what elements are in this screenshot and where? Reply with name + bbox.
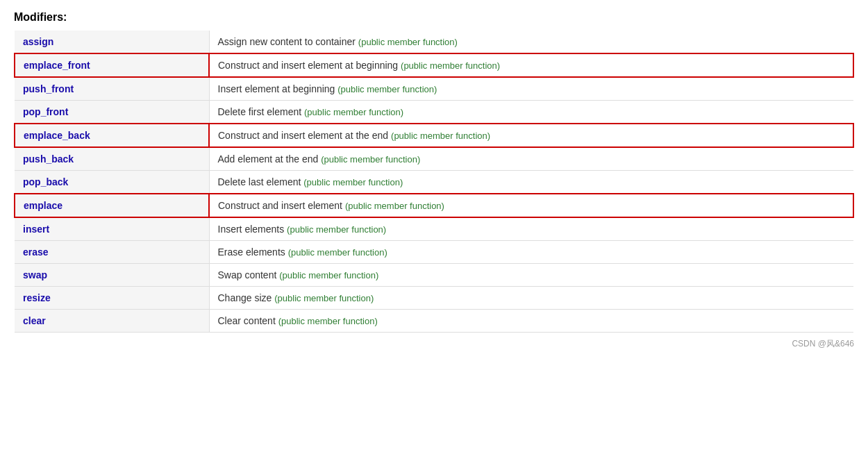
function-badge: (public member function) [321, 154, 420, 165]
function-name-cell: pop_front [15, 101, 209, 124]
function-description: Swap content [218, 269, 280, 280]
function-name-cell: push_back [15, 147, 209, 171]
function-description: Construct and insert element [218, 200, 345, 211]
function-link[interactable]: resize [23, 292, 51, 303]
table-row: emplace_frontConstruct and insert elemen… [15, 53, 853, 77]
function-badge: (public member function) [304, 107, 403, 117]
function-link[interactable]: erase [23, 246, 49, 258]
table-row: pop_frontDelete first element (public me… [15, 101, 853, 124]
table-row: emplace_backConstruct and insert element… [15, 124, 853, 147]
function-name-cell: insert [15, 217, 209, 241]
function-badge: (public member function) [358, 37, 458, 47]
function-badge: (public member function) [337, 84, 437, 94]
function-description-cell: Clear content (public member function) [209, 310, 853, 333]
function-link[interactable]: insert [23, 224, 49, 235]
function-link[interactable]: assign [23, 36, 53, 47]
function-link[interactable]: emplace_front [24, 60, 90, 71]
function-badge: (public member function) [278, 316, 378, 326]
function-description-cell: Construct and insert element (public mem… [209, 194, 853, 217]
function-description: Add element at the end [218, 153, 322, 165]
table-row: clearClear content (public member functi… [15, 310, 853, 333]
function-description-cell: Change size (public member function) [209, 287, 853, 310]
function-description-cell: Construct and insert element at the end … [209, 124, 853, 147]
function-description: Erase elements [218, 246, 288, 258]
function-name-cell: assign [15, 31, 209, 53]
function-name-cell: erase [15, 241, 209, 264]
function-description-cell: Delete first element (public member func… [209, 101, 853, 124]
function-badge: (public member function) [391, 131, 490, 141]
function-description-cell: Add element at the end (public member fu… [209, 147, 853, 171]
table-row: eraseErase elements (public member funct… [15, 241, 853, 264]
function-description: Clear content [218, 315, 278, 326]
function-name-cell: clear [15, 310, 209, 333]
function-description-cell: Assign new content to container (public … [209, 31, 853, 53]
function-description: Insert elements [218, 224, 287, 235]
watermark: CSDN @风&646 [14, 338, 854, 350]
function-link[interactable]: emplace [24, 200, 62, 211]
function-description: Assign new content to container [218, 36, 358, 47]
table-row: insertInsert elements (public member fun… [15, 217, 853, 241]
function-name-cell: emplace_front [15, 53, 209, 77]
function-link[interactable]: swap [23, 269, 47, 280]
table-row: emplaceConstruct and insert element (pub… [15, 194, 853, 217]
table-row: push_frontInsert element at beginning (p… [15, 77, 853, 101]
function-badge: (public member function) [303, 177, 403, 187]
function-description: Insert element at beginning [218, 83, 338, 94]
function-description-cell: Erase elements (public member function) [209, 241, 853, 264]
table-row: swapSwap content (public member function… [15, 264, 853, 287]
function-description: Construct and insert element at the end [218, 130, 391, 141]
function-link[interactable]: emplace_back [24, 130, 90, 141]
function-badge: (public member function) [401, 60, 500, 71]
function-description-cell: Delete last element (public member funct… [209, 171, 853, 194]
table-row: push_backAdd element at the end (public … [15, 147, 853, 171]
function-badge: (public member function) [279, 270, 378, 280]
function-description: Construct and insert element at beginnin… [218, 60, 401, 71]
function-badge: (public member function) [345, 201, 444, 211]
function-description: Change size [218, 292, 275, 303]
function-description: Delete first element [218, 106, 305, 117]
table-row: resizeChange size (public member functio… [15, 287, 853, 310]
function-description-cell: Insert element at beginning (public memb… [209, 77, 853, 101]
section-title: Modifiers: [14, 11, 854, 24]
function-link[interactable]: push_front [23, 83, 74, 94]
function-badge: (public member function) [287, 224, 386, 235]
function-description-cell: Insert elements (public member function) [209, 217, 853, 241]
function-description-cell: Swap content (public member function) [209, 264, 853, 287]
function-name-cell: emplace [15, 194, 209, 217]
modifiers-table: assignAssign new content to container (p… [14, 31, 854, 333]
function-link[interactable]: clear [23, 315, 46, 326]
function-name-cell: resize [15, 287, 209, 310]
function-badge: (public member function) [288, 247, 387, 258]
table-row: pop_backDelete last element (public memb… [15, 171, 853, 194]
function-description-cell: Construct and insert element at beginnin… [209, 53, 853, 77]
function-name-cell: swap [15, 264, 209, 287]
function-name-cell: emplace_back [15, 124, 209, 147]
function-name-cell: push_front [15, 77, 209, 101]
function-description: Delete last element [218, 176, 304, 187]
function-link[interactable]: pop_front [23, 106, 68, 117]
table-row: assignAssign new content to container (p… [15, 31, 853, 53]
function-link[interactable]: push_back [23, 153, 74, 165]
function-link[interactable]: pop_back [23, 176, 68, 187]
function-badge: (public member function) [274, 293, 374, 303]
function-name-cell: pop_back [15, 171, 209, 194]
